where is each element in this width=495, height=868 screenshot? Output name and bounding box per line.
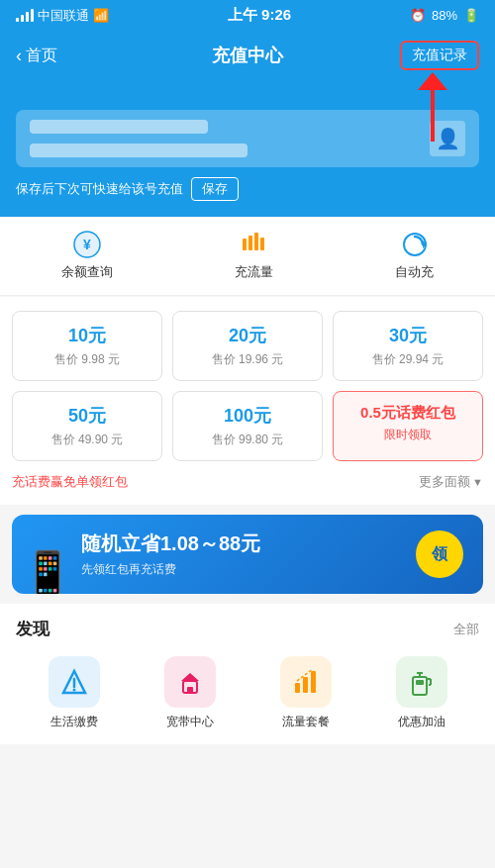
amount-30: 30元: [342, 324, 474, 347]
recharge-item-30[interactable]: 30元 售价 29.94 元: [333, 311, 483, 381]
svg-point-12: [72, 689, 75, 692]
red-packet-title: 0.5元话费红包: [342, 404, 474, 423]
more-text: 更多面额: [419, 473, 470, 491]
signal-icon: [16, 9, 34, 22]
discover-grid: 生活缴费 宽带中心 流量套餐: [16, 656, 479, 730]
svg-rect-4: [243, 239, 247, 250]
life-icon-wrap: [49, 656, 100, 708]
record-label: 充值记录: [412, 47, 467, 62]
balance-label: 余额查询: [61, 263, 113, 281]
gas-icon-wrap: [396, 656, 447, 708]
discover-header: 发现 全部: [16, 618, 479, 640]
back-chevron-icon: ‹: [16, 46, 22, 66]
banner-phone-icon: 📱: [22, 552, 73, 594]
balance-query-action[interactable]: ¥ 余额查询: [61, 231, 113, 281]
discover-item-data[interactable]: 流量套餐: [280, 656, 332, 730]
price-10: 售价 9.98 元: [21, 351, 153, 368]
recharge-section: 10元 售价 9.98 元 20元 售价 19.96 元 30元 售价 29.9…: [0, 297, 495, 505]
discover-title: 发现: [16, 618, 50, 640]
quick-actions: ¥ 余额查询 充流量 自动充: [0, 217, 495, 296]
price-100: 售价 99.80 元: [181, 432, 314, 448]
save-row: 保存后下次可快速给该号充值 保存: [16, 177, 479, 201]
svg-rect-15: [187, 687, 193, 693]
promo-banner[interactable]: 📱 随机立省1.08～88元 先领红包再充话费 领: [12, 515, 483, 594]
recharge-item-100[interactable]: 100元 售价 99.80 元: [172, 391, 323, 461]
data-charge-action[interactable]: 充流量: [235, 231, 273, 281]
carrier-label: 中国联通: [38, 7, 89, 25]
svg-rect-5: [248, 236, 252, 250]
balance-icon: ¥: [73, 231, 101, 258]
svg-marker-1: [418, 72, 447, 90]
red-arrow-indicator: [408, 72, 457, 151]
alarm-icon: ⏰: [410, 8, 426, 23]
recharge-item-10[interactable]: 10元 售价 9.98 元: [12, 311, 162, 381]
svg-rect-17: [303, 677, 308, 693]
recharge-grid: 10元 售价 9.98 元 20元 售价 19.96 元 30元 售价 29.9…: [12, 311, 483, 461]
data-label: 流量套餐: [282, 714, 330, 730]
recharge-item-20[interactable]: 20元 售价 19.96 元: [172, 311, 323, 381]
red-packet-item[interactable]: 0.5元话费红包 限时领取: [333, 391, 483, 461]
data-icon: [240, 231, 267, 258]
red-packet-sub: 限时领取: [342, 427, 474, 443]
time-label: 上午 9:26: [228, 6, 291, 25]
discover-item-life[interactable]: 生活缴费: [49, 656, 100, 730]
svg-rect-7: [260, 238, 264, 250]
banner-title: 随机立省1.08～88元: [81, 530, 260, 557]
auto-label: 自动充: [395, 263, 434, 281]
banner-content: 随机立省1.08～88元 先领红包再充话费: [81, 530, 260, 578]
status-right: ⏰ 88% 🔋: [410, 8, 479, 23]
svg-rect-18: [311, 671, 316, 693]
promo-text[interactable]: 充话费赢免单领红包: [12, 473, 128, 491]
data-pkg-icon-wrap: [280, 656, 332, 708]
svg-text:¥: ¥: [83, 237, 91, 252]
discover-item-gas[interactable]: 优惠加油: [396, 656, 447, 730]
save-button[interactable]: 保存: [191, 177, 239, 201]
discover-section: 发现 全部 生活缴费 宽带中心: [0, 604, 495, 744]
page-title: 充值中心: [212, 44, 283, 67]
wifi-icon: 📶: [93, 8, 109, 23]
gas-label: 优惠加油: [398, 714, 446, 730]
auto-charge-action[interactable]: 自动充: [395, 231, 434, 281]
discover-all-link[interactable]: 全部: [453, 621, 479, 638]
price-20: 售价 19.96 元: [181, 351, 314, 368]
life-label: 生活缴费: [50, 714, 98, 730]
record-button[interactable]: 充值记录: [400, 41, 479, 70]
broadband-label: 宽带中心: [166, 714, 214, 730]
svg-rect-16: [295, 683, 300, 693]
auto-icon: [401, 231, 429, 258]
banner-claim-button[interactable]: 领: [416, 530, 463, 578]
battery-label: 88%: [432, 8, 457, 23]
status-left: 中国联通 📶: [16, 7, 109, 25]
amount-100: 100元: [181, 404, 314, 428]
phone-info-blurred: [30, 144, 248, 157]
data-label: 充流量: [235, 263, 273, 281]
bottom-padding: [0, 744, 495, 784]
chevron-down-icon: ▼: [472, 476, 483, 488]
broadband-icon-wrap: [164, 656, 216, 708]
recharge-footer: 充话费赢免单领红包 更多面额 ▼: [12, 473, 483, 491]
back-label: 首页: [26, 46, 57, 66]
svg-marker-14: [181, 673, 199, 681]
status-bar: 中国联通 📶 上午 9:26 ⏰ 88% 🔋: [0, 0, 495, 31]
back-button[interactable]: ‹ 首页: [16, 46, 57, 66]
price-30: 售价 29.94 元: [342, 351, 474, 368]
price-50: 售价 49.90 元: [21, 432, 153, 448]
save-hint-text: 保存后下次可快速给该号充值: [16, 180, 183, 198]
recharge-item-50[interactable]: 50元 售价 49.90 元: [12, 391, 162, 461]
battery-icon: 🔋: [463, 8, 479, 23]
amount-50: 50元: [21, 404, 153, 428]
svg-rect-6: [254, 233, 258, 250]
amount-20: 20元: [181, 324, 314, 347]
banner-sub: 先领红包再充话费: [81, 561, 260, 578]
svg-rect-21: [416, 680, 424, 685]
phone-number-blurred: [30, 120, 208, 134]
amount-10: 10元: [21, 324, 153, 347]
more-denominations-link[interactable]: 更多面额 ▼: [419, 473, 483, 491]
svg-rect-20: [413, 677, 427, 695]
discover-item-broadband[interactable]: 宽带中心: [164, 656, 216, 730]
